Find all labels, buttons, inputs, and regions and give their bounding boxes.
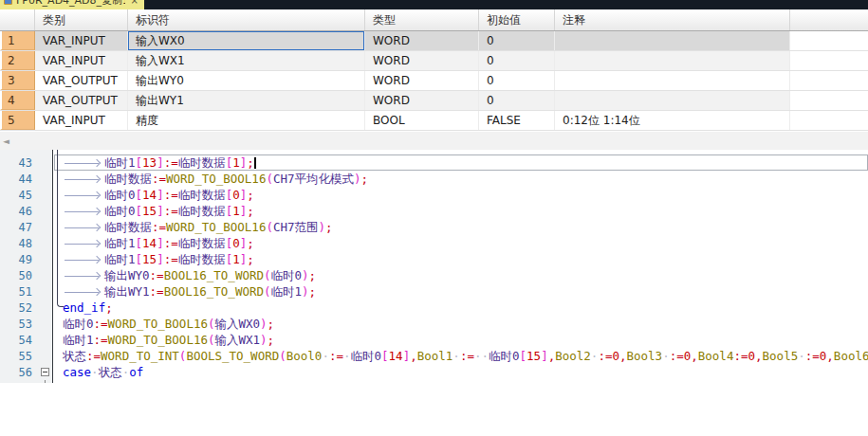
code-line[interactable]: 临时数据:=WORD_TO_BOOL16(CH7范围); — [54, 219, 868, 235]
code-token: ; — [247, 188, 254, 202]
code-token: 13 — [142, 155, 157, 170]
cell-initial-value[interactable]: 0 — [479, 51, 555, 70]
cell-comment[interactable] — [555, 91, 790, 110]
code-token: Bool5 — [763, 349, 799, 363]
code-token: 14 — [142, 188, 157, 202]
table-row[interactable]: 1VAR_INPUT输入WX0WORD0 — [0, 31, 868, 51]
cell-identifier[interactable]: 输出WY1 — [128, 91, 365, 110]
cell-type[interactable]: WORD — [365, 31, 479, 50]
code-token: 临时0 — [104, 204, 136, 218]
cell-type[interactable]: WORD — [365, 91, 479, 110]
code-token: 临时1 — [271, 284, 303, 299]
tab-close-icon[interactable]: × — [131, 0, 139, 6]
line-number[interactable]: 48 — [0, 237, 37, 250]
row-number[interactable]: 5 — [0, 111, 35, 130]
line-number-gutter[interactable]: 434445464748495051525354555657 — [0, 150, 53, 383]
line-number[interactable]: 53 — [0, 318, 37, 331]
line-number[interactable]: 55 — [0, 350, 37, 363]
table-row[interactable]: 5VAR_INPUT精度BOOLFALSE0:12位 1:14位 — [0, 111, 868, 131]
cell-identifier[interactable]: 输出WY0 — [128, 71, 365, 90]
code-line[interactable]: 临时0[15]:=临时数据[1]; — [54, 203, 868, 219]
code-area[interactable]: 临时1[13]:=临时数据[1];临时数据:=WORD_TO_BOOL16(CH… — [54, 150, 868, 383]
tab-fp0r-ad4-ad8[interactable]: FP0R_AD4_AD8_复制1 × — [0, 0, 144, 9]
cell-extra[interactable] — [790, 91, 868, 110]
cell-category[interactable]: VAR_INPUT — [35, 31, 128, 50]
code-token: ; — [361, 172, 369, 186]
scroll-left-arrow-icon[interactable]: ◄ — [0, 136, 9, 146]
cell-comment[interactable] — [555, 31, 790, 50]
code-token: := — [164, 155, 178, 170]
code-token: ] — [157, 155, 164, 170]
code-line[interactable]: 0: — [54, 380, 868, 383]
st-code-editor[interactable]: 434445464748495051525354555657 临时1[13]:=… — [0, 150, 868, 383]
cell-type[interactable]: BOOL — [365, 111, 479, 130]
code-token: ; — [325, 220, 333, 234]
line-number[interactable]: 45 — [0, 189, 37, 202]
line-number[interactable]: 43 — [0, 156, 37, 170]
code-line[interactable]: 临时1[13]:=临时数据[1]; — [54, 154, 868, 171]
fold-line — [45, 380, 46, 383]
table-row[interactable]: 4VAR_OUTPUT输出WY1WORD0 — [0, 91, 868, 111]
code-token: [ — [136, 252, 143, 266]
cell-extra[interactable] — [790, 71, 868, 90]
cell-extra[interactable] — [790, 111, 868, 130]
cell-category[interactable]: VAR_INPUT — [35, 111, 128, 130]
code-line[interactable]: 临时0[14]:=临时数据[0]; — [54, 187, 868, 203]
table-row[interactable]: 3VAR_OUTPUT输出WY0WORD0 — [0, 71, 868, 91]
cell-initial-value[interactable]: FALSE — [479, 111, 555, 130]
code-token: · — [343, 349, 351, 363]
fold-collapse-icon[interactable] — [41, 368, 49, 376]
code-token: · — [798, 349, 805, 363]
code-token: ; — [247, 155, 254, 170]
line-number[interactable]: 49 — [0, 253, 37, 266]
row-number[interactable]: 3 — [0, 71, 35, 90]
cell-category[interactable]: VAR_INPUT — [35, 51, 128, 70]
cell-identifier[interactable]: 输入WX1 — [128, 51, 365, 70]
row-number[interactable]: 2 — [0, 51, 35, 70]
cell-initial-value[interactable]: 0 — [479, 71, 555, 90]
line-number[interactable]: 52 — [0, 301, 37, 315]
cell-comment[interactable] — [555, 51, 790, 70]
cell-extra[interactable] — [790, 31, 868, 50]
code-token: := — [164, 188, 178, 202]
code-line[interactable]: 状态:=WORD_TO_INT(BOOLS_TO_WORD(Bool0·:=·临… — [54, 348, 868, 364]
code-line[interactable]: 临时0:=WORD_TO_BOOL16(输入WX0); — [54, 316, 868, 332]
row-number[interactable]: 1 — [0, 31, 35, 50]
cell-identifier[interactable]: 精度 — [128, 111, 365, 130]
cell-type[interactable]: WORD — [365, 71, 479, 90]
line-number[interactable]: 51 — [0, 285, 37, 299]
code-line[interactable]: 临时1[14]:=临时数据[0]; — [54, 235, 868, 251]
code-line[interactable]: case·状态·of — [54, 364, 868, 380]
cell-type[interactable]: WORD — [365, 51, 479, 70]
line-number[interactable]: 50 — [0, 269, 37, 282]
variable-table: 类别 标识符 类型 初始值 注释 1VAR_INPUT输入WX0WORD02VA… — [0, 9, 868, 131]
cell-extra[interactable] — [790, 51, 868, 70]
cell-comment[interactable] — [555, 71, 790, 90]
horizontal-scrollbar[interactable]: ◄ — [0, 131, 868, 150]
code-line[interactable]: 临时数据:=WORD_TO_BOOL16(CH7平均化模式); — [54, 171, 868, 187]
cell-category[interactable]: VAR_OUTPUT — [35, 91, 128, 110]
line-number[interactable]: 47 — [0, 221, 37, 234]
cell-identifier[interactable]: 输入WX0 — [128, 31, 365, 50]
code-line[interactable]: 输出WY0:=BOOL16_TO_WORD(临时0); — [54, 267, 868, 283]
cell-comment[interactable]: 0:12位 1:14位 — [555, 111, 790, 130]
code-token: 1 — [232, 204, 240, 218]
line-number[interactable]: 44 — [0, 173, 37, 186]
line-number[interactable]: 46 — [0, 205, 37, 218]
code-line[interactable]: 输出WY1:=BOOL16_TO_WORD(临时1); — [54, 283, 868, 300]
cell-category[interactable]: VAR_OUTPUT — [35, 71, 128, 90]
cell-initial-value[interactable]: 0 — [479, 31, 555, 50]
cell-initial-value[interactable]: 0 — [479, 91, 555, 110]
line-number[interactable]: 54 — [0, 334, 37, 347]
line-number[interactable]: 57 — [0, 382, 37, 384]
code-line[interactable]: end_if; — [54, 300, 868, 316]
line-number[interactable]: 56 — [0, 366, 37, 379]
code-token: [ — [381, 349, 389, 363]
row-number[interactable]: 4 — [0, 91, 35, 110]
table-row[interactable]: 2VAR_INPUT输入WX1WORD0 — [0, 51, 868, 71]
code-token: ( — [264, 268, 271, 282]
code-token: 状态 — [99, 365, 122, 379]
code-line[interactable]: 临时1:=WORD_TO_BOOL16(输入WX1); — [54, 332, 868, 348]
code-line[interactable]: 临时1[15]:=临时数据[1]; — [54, 251, 868, 267]
code-token: := — [94, 317, 108, 331]
